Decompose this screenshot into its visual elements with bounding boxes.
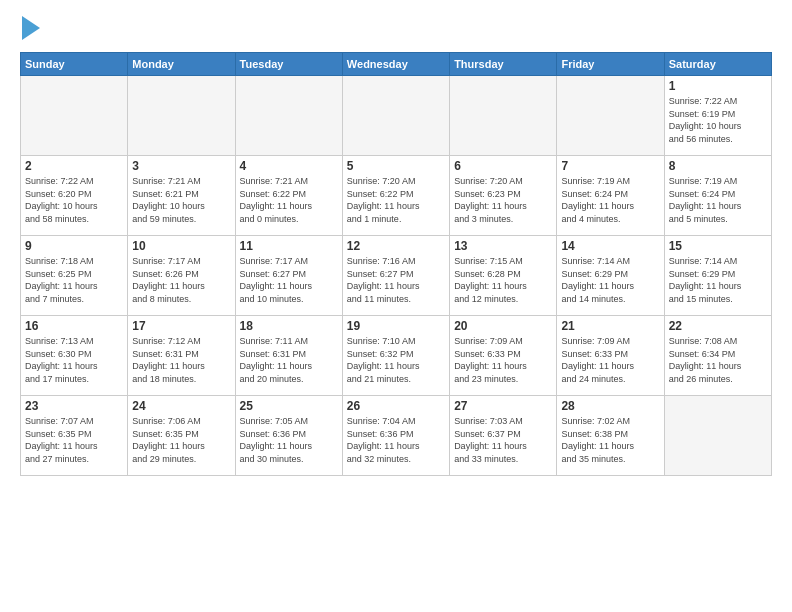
day-number: 21 <box>561 319 659 333</box>
weekday-header-sunday: Sunday <box>21 53 128 76</box>
calendar-day: 6Sunrise: 7:20 AM Sunset: 6:23 PM Daylig… <box>450 156 557 236</box>
calendar-day: 5Sunrise: 7:20 AM Sunset: 6:22 PM Daylig… <box>342 156 449 236</box>
calendar-day: 18Sunrise: 7:11 AM Sunset: 6:31 PM Dayli… <box>235 316 342 396</box>
day-number: 1 <box>669 79 767 93</box>
day-info: Sunrise: 7:02 AM Sunset: 6:38 PM Dayligh… <box>561 415 659 465</box>
day-number: 5 <box>347 159 445 173</box>
day-number: 9 <box>25 239 123 253</box>
weekday-header-tuesday: Tuesday <box>235 53 342 76</box>
calendar-day: 16Sunrise: 7:13 AM Sunset: 6:30 PM Dayli… <box>21 316 128 396</box>
day-info: Sunrise: 7:18 AM Sunset: 6:25 PM Dayligh… <box>25 255 123 305</box>
calendar-day: 23Sunrise: 7:07 AM Sunset: 6:35 PM Dayli… <box>21 396 128 476</box>
day-number: 13 <box>454 239 552 253</box>
day-info: Sunrise: 7:20 AM Sunset: 6:22 PM Dayligh… <box>347 175 445 225</box>
day-info: Sunrise: 7:06 AM Sunset: 6:35 PM Dayligh… <box>132 415 230 465</box>
calendar-day: 28Sunrise: 7:02 AM Sunset: 6:38 PM Dayli… <box>557 396 664 476</box>
day-info: Sunrise: 7:03 AM Sunset: 6:37 PM Dayligh… <box>454 415 552 465</box>
day-number: 12 <box>347 239 445 253</box>
day-number: 22 <box>669 319 767 333</box>
day-info: Sunrise: 7:20 AM Sunset: 6:23 PM Dayligh… <box>454 175 552 225</box>
day-info: Sunrise: 7:22 AM Sunset: 6:19 PM Dayligh… <box>669 95 767 145</box>
calendar-day: 1Sunrise: 7:22 AM Sunset: 6:19 PM Daylig… <box>664 76 771 156</box>
day-number: 10 <box>132 239 230 253</box>
day-info: Sunrise: 7:17 AM Sunset: 6:27 PM Dayligh… <box>240 255 338 305</box>
calendar-day <box>128 76 235 156</box>
calendar-day: 12Sunrise: 7:16 AM Sunset: 6:27 PM Dayli… <box>342 236 449 316</box>
calendar-day: 17Sunrise: 7:12 AM Sunset: 6:31 PM Dayli… <box>128 316 235 396</box>
calendar-day: 11Sunrise: 7:17 AM Sunset: 6:27 PM Dayli… <box>235 236 342 316</box>
day-number: 14 <box>561 239 659 253</box>
calendar-day: 15Sunrise: 7:14 AM Sunset: 6:29 PM Dayli… <box>664 236 771 316</box>
day-info: Sunrise: 7:14 AM Sunset: 6:29 PM Dayligh… <box>561 255 659 305</box>
logo <box>20 18 40 42</box>
weekday-header-monday: Monday <box>128 53 235 76</box>
calendar-day: 3Sunrise: 7:21 AM Sunset: 6:21 PM Daylig… <box>128 156 235 236</box>
day-number: 15 <box>669 239 767 253</box>
calendar-day <box>235 76 342 156</box>
calendar-day <box>664 396 771 476</box>
calendar-day: 2Sunrise: 7:22 AM Sunset: 6:20 PM Daylig… <box>21 156 128 236</box>
calendar: SundayMondayTuesdayWednesdayThursdayFrid… <box>20 52 772 476</box>
weekday-header-wednesday: Wednesday <box>342 53 449 76</box>
day-number: 7 <box>561 159 659 173</box>
day-info: Sunrise: 7:19 AM Sunset: 6:24 PM Dayligh… <box>669 175 767 225</box>
calendar-day: 10Sunrise: 7:17 AM Sunset: 6:26 PM Dayli… <box>128 236 235 316</box>
day-number: 11 <box>240 239 338 253</box>
day-info: Sunrise: 7:07 AM Sunset: 6:35 PM Dayligh… <box>25 415 123 465</box>
day-info: Sunrise: 7:10 AM Sunset: 6:32 PM Dayligh… <box>347 335 445 385</box>
day-info: Sunrise: 7:15 AM Sunset: 6:28 PM Dayligh… <box>454 255 552 305</box>
day-number: 24 <box>132 399 230 413</box>
day-number: 6 <box>454 159 552 173</box>
weekday-header-saturday: Saturday <box>664 53 771 76</box>
day-info: Sunrise: 7:22 AM Sunset: 6:20 PM Dayligh… <box>25 175 123 225</box>
calendar-day: 19Sunrise: 7:10 AM Sunset: 6:32 PM Dayli… <box>342 316 449 396</box>
calendar-week-1: 1Sunrise: 7:22 AM Sunset: 6:19 PM Daylig… <box>21 76 772 156</box>
day-number: 19 <box>347 319 445 333</box>
calendar-day: 7Sunrise: 7:19 AM Sunset: 6:24 PM Daylig… <box>557 156 664 236</box>
day-info: Sunrise: 7:13 AM Sunset: 6:30 PM Dayligh… <box>25 335 123 385</box>
day-info: Sunrise: 7:14 AM Sunset: 6:29 PM Dayligh… <box>669 255 767 305</box>
calendar-week-2: 2Sunrise: 7:22 AM Sunset: 6:20 PM Daylig… <box>21 156 772 236</box>
page: SundayMondayTuesdayWednesdayThursdayFrid… <box>0 0 792 486</box>
calendar-day: 21Sunrise: 7:09 AM Sunset: 6:33 PM Dayli… <box>557 316 664 396</box>
day-number: 23 <box>25 399 123 413</box>
calendar-day: 20Sunrise: 7:09 AM Sunset: 6:33 PM Dayli… <box>450 316 557 396</box>
day-number: 20 <box>454 319 552 333</box>
calendar-day <box>21 76 128 156</box>
calendar-day: 13Sunrise: 7:15 AM Sunset: 6:28 PM Dayli… <box>450 236 557 316</box>
calendar-day <box>450 76 557 156</box>
day-info: Sunrise: 7:21 AM Sunset: 6:21 PM Dayligh… <box>132 175 230 225</box>
day-info: Sunrise: 7:09 AM Sunset: 6:33 PM Dayligh… <box>561 335 659 385</box>
day-info: Sunrise: 7:11 AM Sunset: 6:31 PM Dayligh… <box>240 335 338 385</box>
day-number: 25 <box>240 399 338 413</box>
weekday-header-row: SundayMondayTuesdayWednesdayThursdayFrid… <box>21 53 772 76</box>
day-info: Sunrise: 7:16 AM Sunset: 6:27 PM Dayligh… <box>347 255 445 305</box>
logo-arrow-icon <box>22 16 40 40</box>
day-info: Sunrise: 7:12 AM Sunset: 6:31 PM Dayligh… <box>132 335 230 385</box>
day-number: 27 <box>454 399 552 413</box>
calendar-day: 8Sunrise: 7:19 AM Sunset: 6:24 PM Daylig… <box>664 156 771 236</box>
calendar-week-4: 16Sunrise: 7:13 AM Sunset: 6:30 PM Dayli… <box>21 316 772 396</box>
calendar-day: 14Sunrise: 7:14 AM Sunset: 6:29 PM Dayli… <box>557 236 664 316</box>
day-number: 18 <box>240 319 338 333</box>
day-info: Sunrise: 7:05 AM Sunset: 6:36 PM Dayligh… <box>240 415 338 465</box>
calendar-day <box>342 76 449 156</box>
day-info: Sunrise: 7:04 AM Sunset: 6:36 PM Dayligh… <box>347 415 445 465</box>
calendar-day: 25Sunrise: 7:05 AM Sunset: 6:36 PM Dayli… <box>235 396 342 476</box>
day-info: Sunrise: 7:17 AM Sunset: 6:26 PM Dayligh… <box>132 255 230 305</box>
day-number: 17 <box>132 319 230 333</box>
day-number: 26 <box>347 399 445 413</box>
day-number: 3 <box>132 159 230 173</box>
day-number: 2 <box>25 159 123 173</box>
day-number: 4 <box>240 159 338 173</box>
header <box>20 18 772 42</box>
day-number: 8 <box>669 159 767 173</box>
day-number: 16 <box>25 319 123 333</box>
calendar-week-3: 9Sunrise: 7:18 AM Sunset: 6:25 PM Daylig… <box>21 236 772 316</box>
calendar-week-5: 23Sunrise: 7:07 AM Sunset: 6:35 PM Dayli… <box>21 396 772 476</box>
calendar-day: 4Sunrise: 7:21 AM Sunset: 6:22 PM Daylig… <box>235 156 342 236</box>
day-info: Sunrise: 7:08 AM Sunset: 6:34 PM Dayligh… <box>669 335 767 385</box>
calendar-day: 26Sunrise: 7:04 AM Sunset: 6:36 PM Dayli… <box>342 396 449 476</box>
calendar-day: 9Sunrise: 7:18 AM Sunset: 6:25 PM Daylig… <box>21 236 128 316</box>
day-info: Sunrise: 7:09 AM Sunset: 6:33 PM Dayligh… <box>454 335 552 385</box>
